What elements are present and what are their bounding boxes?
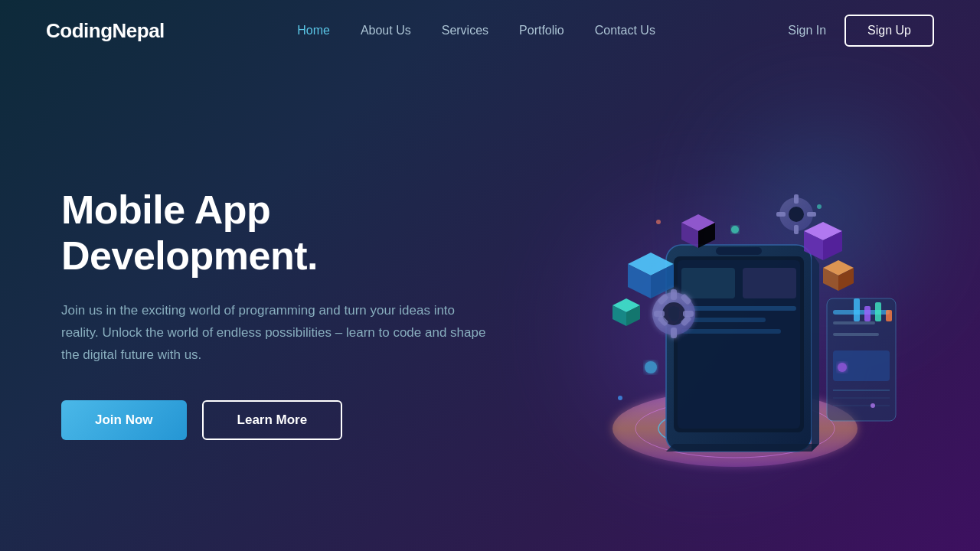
navbar: CodingNepal Home About Us Services Portf… [0, 0, 980, 61]
nav-item-portfolio[interactable]: Portfolio [519, 24, 564, 37]
svg-point-73 [656, 220, 661, 224]
svg-rect-51 [833, 321, 875, 324]
nav-item-services[interactable]: Services [442, 24, 488, 37]
svg-rect-17 [743, 268, 796, 298]
svg-rect-65 [776, 212, 786, 217]
svg-rect-58 [864, 306, 871, 321]
nav-item-about[interactable]: About Us [361, 24, 411, 37]
svg-point-62 [789, 207, 804, 222]
hero-title: Mobile App Development. [61, 187, 536, 279]
hero-content: Mobile App Development. Join us in the e… [61, 187, 536, 440]
hero-description: Join us in the exciting world of program… [61, 300, 490, 367]
svg-rect-52 [833, 333, 879, 336]
nav-link-portfolio[interactable]: Portfolio [519, 24, 564, 37]
svg-rect-59 [875, 302, 881, 321]
svg-rect-57 [854, 298, 860, 321]
svg-point-68 [838, 363, 847, 372]
hero-illustration [551, 145, 919, 482]
signup-button[interactable]: Sign Up [844, 15, 934, 47]
nav-links: Home About Us Services Portfolio Contact… [297, 24, 655, 37]
signin-button[interactable]: Sign In [788, 24, 826, 37]
nav-link-contact[interactable]: Contact Us [595, 24, 655, 37]
join-now-button[interactable]: Join Now [61, 400, 187, 440]
svg-rect-21 [716, 247, 762, 255]
svg-point-72 [817, 204, 822, 209]
svg-rect-16 [681, 268, 735, 298]
svg-point-69 [731, 226, 739, 233]
brand-logo[interactable]: CodingNepal [46, 19, 165, 43]
svg-rect-43 [654, 311, 665, 317]
svg-rect-60 [886, 310, 892, 321]
svg-rect-64 [794, 225, 799, 234]
svg-rect-42 [671, 328, 677, 338]
svg-marker-22 [812, 253, 819, 452]
nav-item-contact[interactable]: Contact Us [595, 24, 655, 37]
isometric-illustration-svg [551, 145, 919, 482]
svg-rect-66 [807, 212, 816, 217]
hero-buttons: Join Now Learn More [61, 400, 536, 440]
nav-link-home[interactable]: Home [297, 24, 330, 37]
svg-point-67 [645, 361, 657, 373]
learn-more-button[interactable]: Learn More [202, 400, 343, 440]
svg-marker-23 [666, 444, 819, 452]
nav-auth: Sign In Sign Up [788, 15, 934, 47]
svg-point-70 [618, 396, 622, 400]
svg-rect-18 [681, 306, 796, 311]
svg-rect-63 [794, 194, 799, 204]
nav-item-home[interactable]: Home [297, 24, 330, 37]
nav-link-about[interactable]: About Us [361, 24, 411, 37]
hero-section: Mobile App Development. Join us in the e… [0, 61, 980, 551]
svg-rect-20 [681, 329, 781, 334]
svg-rect-41 [671, 289, 677, 300]
svg-point-71 [871, 403, 875, 408]
nav-link-services[interactable]: Services [442, 24, 488, 37]
